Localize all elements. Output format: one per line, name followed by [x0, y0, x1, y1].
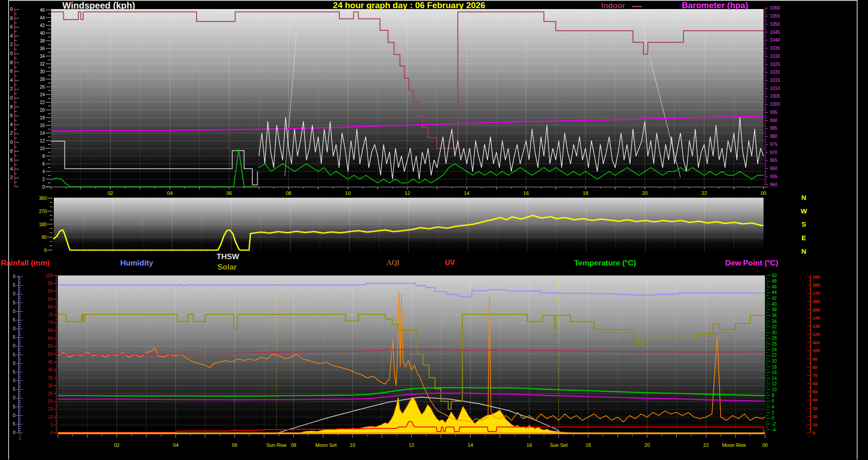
svg-text:5: 5	[13, 300, 15, 305]
svg-text:1030: 1030	[770, 54, 780, 59]
svg-text:24: 24	[40, 92, 45, 97]
svg-text:100: 100	[812, 348, 820, 353]
temperature-label: Temperature (°C)	[574, 259, 636, 268]
svg-text:0: 0	[44, 248, 47, 253]
svg-text:180: 180	[812, 282, 820, 287]
svg-text:2: 2	[42, 177, 45, 182]
svg-text:15: 15	[48, 407, 53, 412]
svg-text:00: 00	[762, 442, 768, 448]
svg-text:70: 70	[812, 373, 817, 378]
barometer-title: Barometer (hpa)	[682, 0, 748, 10]
svg-text:04: 04	[173, 442, 179, 448]
svg-text:0: 0	[13, 309, 15, 314]
compass-n-bottom: N	[798, 247, 809, 255]
svg-text:0: 0	[13, 291, 15, 296]
svg-text:2: 2	[10, 131, 13, 136]
svg-text:2: 2	[10, 175, 13, 180]
svg-text:30: 30	[772, 330, 777, 335]
svg-text:44: 44	[772, 290, 777, 295]
svg-text:10: 10	[772, 387, 777, 392]
svg-text:5: 5	[13, 283, 15, 288]
svg-text:38: 38	[40, 38, 45, 43]
svg-text:60: 60	[48, 336, 53, 341]
svg-text:20: 20	[812, 414, 817, 419]
svg-text:90: 90	[48, 289, 53, 294]
humidity-label: Humidity	[120, 259, 153, 268]
svg-text:8: 8	[10, 60, 13, 65]
svg-text:5: 5	[13, 422, 15, 427]
svg-text:1050: 1050	[770, 22, 780, 27]
svg-text:6: 6	[10, 69, 13, 74]
svg-text:8: 8	[42, 154, 45, 159]
svg-text:0: 0	[10, 51, 13, 56]
svg-text:40: 40	[772, 302, 777, 307]
thsw-label: THSW	[217, 252, 239, 261]
svg-text:Moon Rise: Moon Rise	[722, 442, 746, 448]
direction-axes: 090180270360	[39, 196, 52, 253]
svg-text:26: 26	[772, 341, 777, 346]
svg-text:16: 16	[527, 442, 532, 448]
svg-text:190: 190	[812, 274, 820, 279]
svg-text:1025: 1025	[770, 62, 780, 67]
svg-text:-4: -4	[772, 427, 776, 432]
svg-text:1020: 1020	[770, 70, 780, 75]
svg-text:10: 10	[48, 415, 53, 420]
svg-text:0: 0	[13, 326, 15, 331]
svg-text:80: 80	[812, 365, 817, 370]
svg-text:0: 0	[13, 395, 15, 400]
svg-text:10: 10	[40, 146, 45, 151]
svg-text:44: 44	[40, 15, 45, 20]
svg-text:955: 955	[770, 174, 778, 179]
svg-text:6: 6	[10, 157, 13, 162]
svg-text:04: 04	[167, 190, 173, 196]
svg-text:38: 38	[772, 307, 777, 312]
svg-text:95: 95	[48, 281, 53, 286]
svg-text:0: 0	[13, 413, 15, 418]
svg-text:2: 2	[10, 42, 13, 47]
svg-text:45: 45	[48, 360, 53, 365]
svg-text:5: 5	[13, 404, 15, 409]
dewpoint-label: Dew Point (°C)	[725, 259, 778, 268]
svg-text:1045: 1045	[770, 30, 780, 35]
svg-text:0: 0	[13, 343, 15, 348]
compass-w: W	[798, 207, 809, 215]
svg-text:18: 18	[40, 115, 45, 120]
svg-text:1060: 1060	[770, 5, 780, 10]
svg-text:0: 0	[42, 185, 45, 190]
svg-text:90: 90	[812, 356, 817, 361]
svg-text:960: 960	[770, 166, 778, 171]
svg-text:18: 18	[772, 365, 777, 370]
indoor-legend-dash-icon	[632, 6, 642, 7]
svg-text:5: 5	[13, 387, 15, 392]
svg-text:70: 70	[48, 320, 53, 325]
svg-text:120: 120	[812, 332, 820, 337]
indoor-legend-label: Indoor	[601, 1, 625, 10]
svg-text:12: 12	[409, 442, 414, 448]
svg-text:18: 18	[583, 190, 588, 196]
svg-text:0: 0	[13, 378, 15, 383]
svg-text:50: 50	[812, 389, 817, 394]
page-title: 24 hour graph day : 06 February 2026	[333, 0, 486, 10]
svg-text:36: 36	[772, 313, 777, 318]
svg-text:6: 6	[772, 398, 774, 403]
svg-text:16: 16	[524, 190, 529, 196]
svg-text:06: 06	[226, 190, 232, 196]
svg-text:14: 14	[467, 442, 473, 448]
svg-text:06: 06	[232, 442, 237, 448]
svg-text:0: 0	[772, 416, 774, 421]
svg-text:0: 0	[50, 431, 53, 436]
svg-text:Sun Set: Sun Set	[550, 442, 567, 448]
svg-text:985: 985	[770, 126, 778, 131]
svg-text:90: 90	[42, 235, 47, 240]
svg-text:950: 950	[770, 182, 778, 187]
svg-text:12: 12	[405, 190, 410, 196]
svg-text:46: 46	[772, 285, 777, 289]
windspeed-chart-plot	[51, 9, 764, 187]
svg-text:5: 5	[13, 318, 15, 322]
svg-text:60: 60	[812, 381, 817, 386]
svg-text:80: 80	[48, 304, 53, 309]
svg-text:6: 6	[42, 161, 45, 166]
svg-text:18: 18	[585, 442, 591, 448]
svg-text:8: 8	[772, 393, 774, 398]
svg-text:2: 2	[10, 86, 13, 91]
